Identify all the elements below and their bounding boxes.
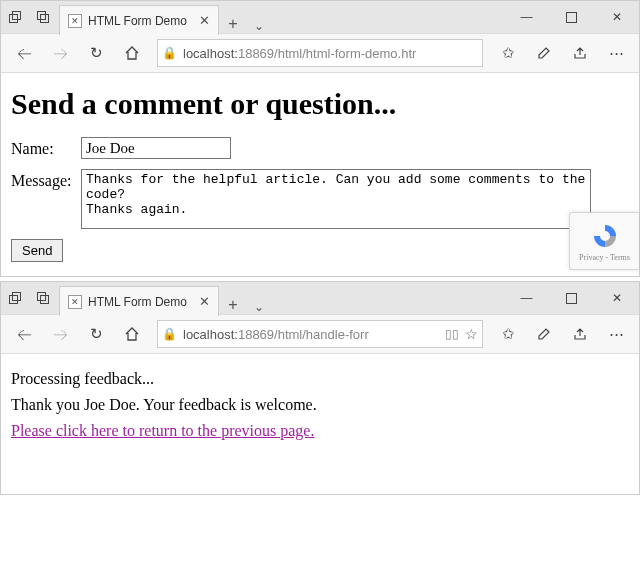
name-input[interactable]	[81, 137, 231, 159]
notes-pen-icon[interactable]	[527, 319, 561, 349]
svg-rect-3	[37, 11, 45, 19]
close-tab-icon[interactable]: ✕	[199, 294, 210, 309]
browser-window-1: ✕ HTML Form Demo ✕ + ⌄ — ✕ 🡠 🡢 ↻ 🔒 local…	[0, 0, 640, 277]
tabs-chevron-icon[interactable]: ⌄	[247, 19, 271, 33]
address-path: 18869/html/html-form-demo.htr	[238, 46, 416, 61]
message-textarea[interactable]: Thanks for the helpful article. Can you …	[81, 169, 591, 229]
refresh-button[interactable]: ↻	[79, 38, 113, 68]
favorites-star-outline-icon[interactable]: ✩	[491, 319, 525, 349]
home-button[interactable]	[115, 319, 149, 349]
favicon-placeholder-icon: ✕	[68, 295, 82, 309]
tab-strip: ✕ HTML Form Demo ✕ + ⌄	[59, 1, 271, 33]
browser-tab[interactable]: ✕ HTML Form Demo ✕	[59, 5, 219, 35]
recaptcha-badge[interactable]: Privacy - Terms	[569, 212, 639, 270]
favicon-placeholder-icon: ✕	[68, 14, 82, 28]
home-button[interactable]	[115, 38, 149, 68]
lock-icon: 🔒	[162, 46, 177, 60]
new-tab-button[interactable]: +	[219, 15, 247, 33]
page-heading: Send a comment or question...	[11, 87, 629, 121]
tabs-chevron-icon[interactable]: ⌄	[247, 300, 271, 314]
lock-icon: 🔒	[162, 327, 177, 341]
address-path: 18869/html/handle-forr	[238, 327, 369, 342]
tab-strip: ✕ HTML Form Demo ✕ + ⌄	[59, 282, 271, 314]
address-bar[interactable]: 🔒 localhost: 18869/html/html-form-demo.h…	[157, 39, 483, 67]
svg-rect-9	[567, 293, 577, 303]
name-label: Name:	[11, 137, 81, 158]
minimize-button[interactable]: —	[504, 1, 549, 33]
reading-view-icon[interactable]: ▯▯	[445, 327, 459, 341]
minimize-button[interactable]: —	[504, 282, 549, 314]
refresh-button[interactable]: ↻	[79, 319, 113, 349]
svg-rect-8	[37, 292, 45, 300]
svg-rect-0	[9, 14, 17, 22]
titlebar: ✕ HTML Form Demo ✕ + ⌄ — ✕	[1, 282, 639, 314]
forward-button[interactable]: 🡢	[43, 319, 77, 349]
titlebar: ✕ HTML Form Demo ✕ + ⌄ — ✕	[1, 1, 639, 33]
form-row-message: Message: Thanks for the helpful article.…	[11, 169, 629, 229]
window-controls: — ✕	[504, 1, 639, 33]
notes-pen-icon[interactable]	[527, 38, 561, 68]
window-overlap-left-icon[interactable]	[1, 282, 29, 314]
address-host: localhost:	[183, 327, 238, 342]
recaptcha-text: Privacy - Terms	[579, 253, 630, 262]
svg-rect-6	[12, 292, 20, 300]
address-bar[interactable]: 🔒 localhost: 18869/html/handle-forr ▯▯ ☆	[157, 320, 483, 348]
more-menu-icon[interactable]: ⋯	[599, 319, 633, 349]
page-content-form: Send a comment or question... Name: Mess…	[1, 73, 639, 276]
favorite-star-icon[interactable]: ☆	[465, 326, 478, 342]
tab-title: HTML Form Demo	[88, 295, 187, 309]
maximize-button[interactable]	[549, 282, 594, 314]
processing-text: Processing feedback...	[11, 370, 629, 388]
svg-rect-5	[9, 295, 17, 303]
window-overlap-left-icon[interactable]	[1, 1, 29, 33]
svg-rect-4	[567, 12, 577, 22]
address-host: localhost:	[183, 46, 238, 61]
share-icon[interactable]	[563, 38, 597, 68]
maximize-button[interactable]	[549, 1, 594, 33]
browser-tab[interactable]: ✕ HTML Form Demo ✕	[59, 286, 219, 316]
send-button[interactable]: Send	[11, 239, 63, 262]
forward-button[interactable]: 🡢	[43, 38, 77, 68]
page-content-result: Processing feedback... Thank you Joe Doe…	[1, 354, 639, 494]
thanks-text: Thank you Joe Doe. Your feedback is welc…	[11, 396, 629, 414]
close-window-button[interactable]: ✕	[594, 282, 639, 314]
recaptcha-icon	[590, 221, 620, 251]
close-window-button[interactable]: ✕	[594, 1, 639, 33]
tab-title: HTML Form Demo	[88, 14, 187, 28]
back-button[interactable]: 🡠	[7, 38, 41, 68]
svg-rect-7	[40, 295, 48, 303]
message-label: Message:	[11, 169, 81, 190]
form-row-name: Name:	[11, 137, 629, 159]
return-link[interactable]: Please click here to return to the previ…	[11, 422, 314, 439]
window-overlap-right-icon[interactable]	[29, 282, 57, 314]
share-icon[interactable]	[563, 319, 597, 349]
more-menu-icon[interactable]: ⋯	[599, 38, 633, 68]
toolbar: 🡠 🡢 ↻ 🔒 localhost: 18869/html/handle-for…	[1, 314, 639, 354]
back-button[interactable]: 🡠	[7, 319, 41, 349]
window-controls: — ✕	[504, 282, 639, 314]
toolbar: 🡠 🡢 ↻ 🔒 localhost: 18869/html/html-form-…	[1, 33, 639, 73]
svg-rect-2	[40, 14, 48, 22]
browser-window-2: ✕ HTML Form Demo ✕ + ⌄ — ✕ 🡠 🡢 ↻ 🔒 local…	[0, 281, 640, 495]
close-tab-icon[interactable]: ✕	[199, 13, 210, 28]
window-overlap-right-icon[interactable]	[29, 1, 57, 33]
new-tab-button[interactable]: +	[219, 296, 247, 314]
svg-rect-1	[12, 11, 20, 19]
favorites-star-outline-icon[interactable]: ✩	[491, 38, 525, 68]
